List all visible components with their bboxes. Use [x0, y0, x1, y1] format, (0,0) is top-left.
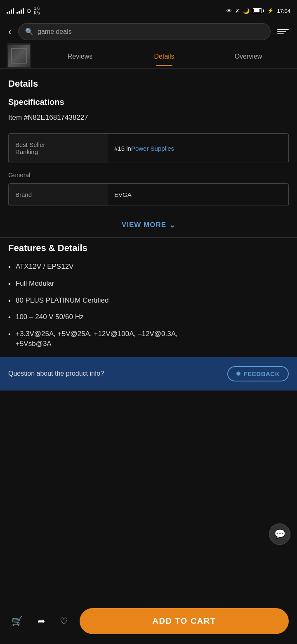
signal-bars-2: [16, 8, 24, 14]
share-icon: ➦: [38, 616, 45, 627]
feature-list: • ATX12V / EPS12V • Full Modular • 80 PL…: [8, 262, 289, 349]
add-to-cart-button[interactable]: ADD TO CART: [80, 608, 289, 634]
page-title: Details: [8, 78, 289, 89]
product-thumbnail: [7, 43, 31, 68]
brand-value: EVGA: [108, 184, 288, 206]
feature-item-4: • 100 – 240 V 50/60 Hz: [8, 312, 289, 322]
speed-text: 1.6K/s: [34, 6, 40, 15]
signal-bars-1: [7, 8, 14, 14]
item-number: Item #N82E16817438227: [8, 114, 289, 122]
brand-label: Brand: [9, 184, 108, 206]
main-content: Details Specifications Item #N82E1681743…: [0, 69, 297, 400]
cart-icon-button[interactable]: 🛒: [8, 614, 26, 628]
feedback-dot-icon: [236, 372, 240, 376]
status-bar: ⊖ 1.6K/s 👁 ✗ 🌙 ⚡ 17:04: [0, 0, 297, 20]
feature-text-5: +3.3V@25A, +5V@25A, +12V@100A, –12V@0.3A…: [16, 329, 178, 349]
view-more-button[interactable]: VIEW MORE ⌄: [8, 213, 289, 237]
wishlist-icon: ♡: [60, 616, 68, 627]
view-more-label: VIEW MORE: [122, 221, 166, 229]
features-title: Features & Details: [8, 243, 289, 253]
search-bar: ‹ 🔍 game deals: [0, 20, 297, 43]
search-input[interactable]: game deals: [38, 28, 72, 36]
moon-icon: 🌙: [243, 8, 250, 14]
feedback-banner: Question about the product info? FEEDBAC…: [0, 357, 297, 391]
chevron-down-icon: ⌄: [170, 221, 175, 229]
feedback-button-label: FEEDBACK: [244, 370, 280, 377]
wishlist-button[interactable]: ♡: [57, 614, 71, 628]
filter-button[interactable]: [276, 28, 290, 36]
bullet-1: •: [8, 262, 11, 272]
chat-button[interactable]: 💬: [269, 523, 290, 545]
chat-icon: 💬: [274, 529, 285, 540]
bestseller-value: #15 in Power Supplies: [108, 134, 288, 163]
tab-details[interactable]: Details: [122, 45, 206, 66]
status-right: 👁 ✗ 🌙 ⚡ 17:04: [226, 8, 290, 14]
status-left: ⊖ 1.6K/s: [7, 6, 40, 15]
tabs-container: Reviews Details Overview: [38, 45, 290, 66]
feature-text-1: ATX12V / EPS12V: [16, 262, 73, 272]
spec-title: Specifications: [8, 97, 289, 107]
share-button[interactable]: ➦: [34, 614, 48, 628]
search-input-wrap[interactable]: 🔍 game deals: [18, 23, 271, 40]
feature-text-4: 100 – 240 V 50/60 Hz: [16, 312, 83, 322]
general-label: General: [8, 171, 289, 178]
back-button[interactable]: ‹: [7, 24, 13, 39]
battery-icon: [253, 8, 264, 13]
table-row-brand: Brand EVGA: [9, 184, 288, 206]
cart-icon: 🛒: [12, 616, 23, 627]
bullet-3: •: [8, 296, 11, 306]
category-link[interactable]: Power Supplies: [131, 145, 174, 152]
feature-item-5: • +3.3V@25A, +5V@25A, +12V@100A, –12V@0.…: [8, 329, 289, 349]
bullet-2: •: [8, 279, 11, 289]
feedback-button[interactable]: FEEDBACK: [227, 366, 289, 381]
eye-icon: 👁: [226, 8, 232, 14]
rank-text: #15 in: [114, 145, 131, 152]
feature-text-2: Full Modular: [16, 279, 54, 289]
search-icon: 🔍: [25, 28, 33, 36]
brand-table: Brand EVGA: [8, 183, 289, 206]
table-row-bestseller: Best SellerRanking #15 in Power Supplies: [9, 134, 288, 163]
bullet-5: •: [8, 329, 11, 339]
divider: [0, 237, 297, 238]
best-seller-table: Best SellerRanking #15 in Power Supplies: [8, 133, 289, 163]
time-display: 17:04: [277, 8, 290, 14]
bullet-4: •: [8, 313, 11, 322]
wifi-icon: ⊖: [26, 7, 31, 14]
feedback-text: Question about the product info?: [8, 370, 104, 377]
feature-item-3: • 80 PLUS PLATINUM Certified: [8, 296, 289, 306]
feature-text-3: 80 PLUS PLATINUM Certified: [16, 296, 108, 305]
tab-overview[interactable]: Overview: [206, 45, 290, 66]
feature-item-2: • Full Modular: [8, 279, 289, 289]
bluetooth-icon: ✗: [235, 8, 240, 14]
tab-reviews[interactable]: Reviews: [38, 45, 122, 66]
bottom-bar: 🛒 ➦ ♡ ADD TO CART: [0, 603, 297, 644]
feature-item-1: • ATX12V / EPS12V: [8, 262, 289, 272]
bolt-icon: ⚡: [267, 8, 273, 14]
tabs-bar: Reviews Details Overview: [0, 43, 297, 69]
bestseller-label: Best SellerRanking: [9, 134, 108, 163]
